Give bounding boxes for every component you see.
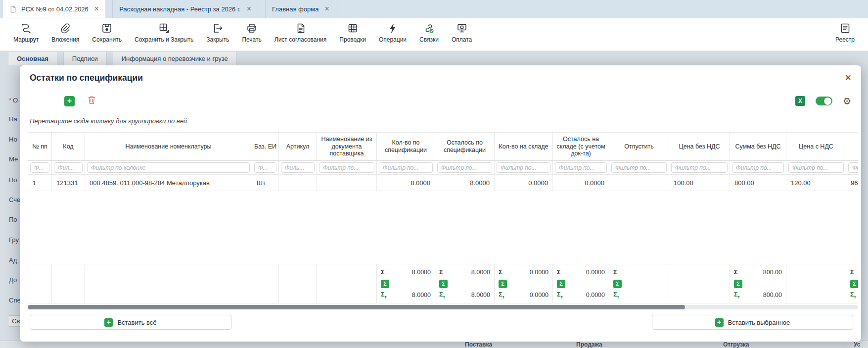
close-document-icon	[212, 22, 224, 34]
sum-value: 0.0000	[530, 269, 548, 276]
column-filter-input[interactable]	[497, 162, 550, 173]
toolbar-item-save-and-close[interactable]: Сохранить и Закрыть	[128, 21, 200, 45]
spec-table: № ппКодНаименование номенклатурыБаз. ЕИА…	[28, 132, 858, 303]
route-icon	[20, 22, 32, 34]
footer-cell	[252, 264, 279, 303]
table-row[interactable]: 1121331000.4859. 011.000-98-284 Металлор…	[28, 175, 859, 191]
delete-row-button[interactable]	[87, 95, 97, 107]
excel-export-button[interactable]: X	[795, 96, 805, 106]
column-filter-input[interactable]	[87, 162, 250, 173]
toolbar-item-attachments[interactable]: Вложения	[45, 21, 86, 45]
column-filter-input[interactable]	[732, 162, 784, 173]
footer-sum-button[interactable]: Σ	[613, 280, 622, 288]
payment-icon	[456, 22, 468, 34]
column-header[interactable]: Наименование из документа поставщика	[317, 133, 377, 161]
insert-all-button[interactable]: + Вставить всё	[30, 315, 231, 330]
sum-symbol: Σ	[439, 269, 443, 276]
column-filter-input[interactable]	[611, 162, 667, 173]
column-filter-input[interactable]	[254, 162, 276, 173]
dialog-close-icon[interactable]: ×	[845, 73, 851, 83]
total-sum-symbol: Σт	[850, 291, 856, 299]
spec-remainders-dialog: Остатки по спецификации × + X ⚙ Перетащи…	[20, 65, 861, 342]
scrollbar-thumb[interactable]	[28, 305, 685, 309]
sum-symbol: Σ	[499, 269, 503, 276]
column-filter-input[interactable]	[437, 162, 492, 173]
total-sum-value: 800.00	[763, 292, 782, 298]
column-filter-input[interactable]	[319, 162, 374, 173]
operations-lightning-icon	[387, 22, 399, 34]
window-tab-register[interactable]: Расходная накладная - Реестр за 2026 г. …	[112, 0, 258, 18]
column-header[interactable]: Кол-во на складе	[495, 133, 553, 161]
toggle-knob	[824, 98, 831, 105]
insert-selected-button[interactable]: + Вставить выбранное	[652, 315, 853, 330]
table-filter-row	[28, 161, 859, 175]
column-header[interactable]: Осталось на складе (с учетом док-та)	[553, 133, 609, 161]
table-cell: 1	[28, 175, 52, 191]
tab-close-icon[interactable]: ×	[247, 5, 251, 13]
column-header[interactable]: Цена с НДС	[786, 133, 846, 161]
toolbar-item-register[interactable]: Реестр	[829, 21, 861, 45]
footer-sum-button[interactable]: Σ	[734, 280, 742, 288]
toolbar-item-label: Оплата	[452, 36, 472, 43]
column-filter-input[interactable]	[54, 162, 83, 173]
column-header[interactable]: Осталось по спецификации	[435, 133, 495, 161]
links-icon	[423, 22, 435, 34]
footer-sum-button[interactable]: Σ	[557, 280, 565, 288]
total-sum-value: 8.0000	[471, 292, 490, 298]
group-by-hint: Перетащите сюда колонку для группировки …	[30, 117, 851, 125]
column-filter-input[interactable]	[379, 162, 433, 173]
table-empty-area	[28, 191, 859, 264]
column-filter-input[interactable]	[281, 162, 315, 173]
footer-sum-button[interactable]: Σ	[439, 280, 448, 288]
tab-label: РСХ №9 от 04.02.2026	[21, 5, 89, 13]
total-sum-symbol: Σт	[381, 291, 387, 299]
tab-close-icon[interactable]: ×	[324, 5, 329, 13]
table-cell: 800.00	[730, 175, 786, 191]
table-cell: 120.00	[786, 175, 846, 191]
add-row-button[interactable]: +	[64, 96, 75, 106]
column-header[interactable]: № пп	[28, 133, 52, 161]
tab-close-icon[interactable]: ×	[94, 5, 99, 13]
column-filter-input[interactable]	[788, 162, 844, 173]
dialog-header: Остатки по спецификации ×	[20, 65, 861, 83]
footer-sum-button[interactable]: Σ	[381, 280, 389, 288]
table-cell	[317, 175, 377, 191]
column-filter-input[interactable]	[555, 162, 607, 173]
toolbar-item-payment[interactable]: Оплата	[445, 21, 478, 45]
footer-sum-button[interactable]: Σ	[850, 280, 858, 288]
column-header[interactable]: Артикул	[279, 133, 317, 161]
window-tab-main-form[interactable]: Главная форма ×	[265, 0, 336, 18]
settings-toggle[interactable]	[816, 97, 832, 105]
column-header[interactable]: Баз. ЕИ	[252, 133, 279, 161]
toolbar-item-route[interactable]: Маршрут	[7, 21, 45, 45]
column-header[interactable]: Цена без НДС	[669, 133, 730, 161]
column-filter-input[interactable]	[671, 162, 728, 173]
footer-cell	[279, 264, 317, 303]
save-close-icon	[158, 22, 170, 34]
column-header[interactable]: Кол-во по спецификации	[377, 133, 435, 161]
sum-symbol: Σ	[557, 269, 561, 276]
footer-cell: Σ8.0000ΣΣт8.0000	[377, 264, 435, 303]
gear-icon[interactable]: ⚙	[843, 97, 851, 106]
column-header[interactable]: Су	[846, 133, 859, 161]
column-filter-input[interactable]	[30, 162, 49, 173]
toolbar-item-print[interactable]: Печать	[235, 21, 268, 45]
footer-sum-button[interactable]: Σ	[499, 280, 507, 288]
column-header[interactable]: Наименование номенклатуры	[85, 133, 252, 161]
toolbar-item-links[interactable]: Связки	[413, 21, 445, 45]
column-filter-input[interactable]	[848, 162, 858, 173]
toolbar-item-save[interactable]: Сохранить	[86, 21, 128, 45]
toolbar-item-close[interactable]: Закрыть	[200, 21, 235, 45]
toolbar-item-label: Проводки	[339, 36, 366, 43]
horizontal-scrollbar[interactable]	[28, 305, 858, 309]
column-header[interactable]: Отпустить	[609, 133, 669, 161]
column-header[interactable]: Код	[52, 133, 85, 161]
footer-cell: Σ800.00ΣΣт800.00	[730, 264, 786, 303]
table-cell: 121331	[52, 175, 85, 191]
toolbar-item-operations[interactable]: Операции	[372, 21, 413, 45]
toolbar-item-postings[interactable]: Проводки	[333, 21, 372, 45]
column-header[interactable]: Сумма без НДС	[730, 133, 786, 161]
window-tab-document[interactable]: РСХ №9 от 04.02.2026 ×	[3, 0, 105, 18]
footer-cell: ΣΣΣт	[609, 264, 669, 303]
toolbar-item-approval-sheet[interactable]: Лист согласования	[268, 21, 333, 45]
